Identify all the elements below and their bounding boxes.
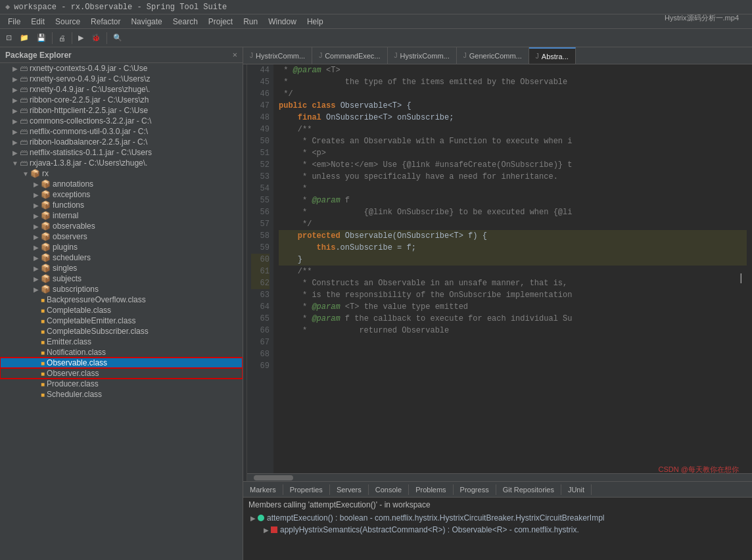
menu-item-edit[interactable]: Edit <box>26 16 50 28</box>
expand-arrow: ▶ <box>248 515 258 522</box>
menu-item-file[interactable]: File <box>3 16 26 28</box>
members-item-applyhystrix[interactable]: ▶ applyHystrixSemantics(AbstractCommand<… <box>248 524 747 536</box>
tab-progress[interactable]: Progress <box>454 484 496 495</box>
code-editor[interactable]: 44 45 46 47 48 49 50 51 52 53 54 55 56 5… <box>243 64 752 481</box>
scrollbar-thumb[interactable] <box>254 475 293 480</box>
sidebar-item-completable-emitter[interactable]: ▶ ■ CompletableEmitter.class <box>0 315 243 326</box>
java-icon: J <box>463 52 467 59</box>
tab-genericcomm[interactable]: J GenericComm... <box>457 47 529 64</box>
toolbar-separator-2 <box>72 32 72 44</box>
sidebar-item-label: observers <box>53 232 87 241</box>
sidebar-item-backpressure[interactable]: ▶ ■ BackpressureOverflow.class <box>0 294 243 305</box>
sidebar-item-exceptions[interactable]: ▶ 📦 exceptions <box>0 189 243 200</box>
toolbar-btn-save[interactable]: 💾 <box>34 32 49 44</box>
sidebar-item-subjects[interactable]: ▶ 📦 subjects <box>0 273 243 284</box>
members-header: Members calling 'attemptExecution()' - i… <box>248 500 747 509</box>
sidebar-item-ribbon-lb[interactable]: ▶ 🗃 ribbon-loadbalancer-2.2.5.jar - C:\ <box>0 137 243 147</box>
jar-icon: 🗃 <box>20 95 28 105</box>
sidebar-item-singles[interactable]: ▶ 📦 singles <box>0 263 243 273</box>
menu-item-search[interactable]: Search <box>168 16 203 28</box>
menu-item-navigate[interactable]: Navigate <box>126 16 167 28</box>
tab-properties[interactable]: Properties <box>283 484 330 495</box>
toolbar-separator-1 <box>52 32 53 44</box>
sidebar-close-icon[interactable]: ✕ <box>233 50 237 60</box>
expand-arrow: ▶ <box>32 275 41 283</box>
sidebar-item-label: functions <box>53 200 84 210</box>
sidebar-item-label: commons-collections-3.2.2.jar - C:\ <box>30 116 151 126</box>
tab-abstract[interactable]: J Abstra... <box>529 47 576 64</box>
toolbar-btn-debug[interactable]: 🐞 <box>88 32 104 44</box>
sidebar-item-commons[interactable]: ▶ 🗃 commons-collections-3.2.2.jar - C:\ <box>0 116 243 126</box>
tab-label: Abstra... <box>542 53 569 60</box>
sidebar-item-plugins[interactable]: ▶ 📦 plugins <box>0 242 243 252</box>
sidebar-item-completable[interactable]: ▶ ■ Completable.class <box>0 305 243 315</box>
sidebar-item-rxnetty-contexts[interactable]: ▶ 🗃 rxnetty-contexts-0.4.9.jar - C:\Use <box>0 63 243 74</box>
window-title: workspace - rx.Observable - Spring Tool … <box>14 3 227 12</box>
tab-servers[interactable]: Servers <box>330 484 369 495</box>
expand-arrow: ▶ <box>32 181 41 188</box>
sidebar-item-schedulers[interactable]: ▶ 📦 schedulers <box>0 252 243 263</box>
sidebar-item-completable-subscriber[interactable]: ▶ ■ CompletableSubscriber.class <box>0 326 243 337</box>
sidebar-item-observer[interactable]: ▶ ■ Observer.class <box>0 368 243 379</box>
sidebar-item-netflix-commons[interactable]: ▶ 🗃 netflix-commons-util-0.3.0.jar - C:\ <box>0 126 243 137</box>
toolbar-btn-search[interactable]: 🔍 <box>110 32 126 44</box>
expand-arrow: ▶ <box>32 381 41 388</box>
tab-junit[interactable]: JUnit <box>561 484 592 495</box>
sidebar-item-annotations[interactable]: ▶ 📦 annotations <box>0 179 243 189</box>
expand-arrow: ▶ <box>32 286 41 293</box>
jar-icon: 🗃 <box>20 148 28 157</box>
tab-hystrixcomm2[interactable]: J HystrixComm... <box>388 47 457 64</box>
toolbar-btn-new[interactable]: ⊡ <box>3 32 15 44</box>
toolbar-btn-open[interactable]: 📁 <box>16 32 32 44</box>
menu-item-refactor[interactable]: Refactor <box>85 16 126 28</box>
menu-item-window[interactable]: Window <box>263 16 302 28</box>
tab-console[interactable]: Console <box>369 484 409 495</box>
line-numbers: 44 45 46 47 48 49 50 51 52 53 54 55 56 5… <box>247 64 273 481</box>
sidebar-item-ribbon-core[interactable]: ▶ 🗃 ribbon-core-2.2.5.jar - C:\Users\zh <box>0 95 243 105</box>
java-icon: J <box>319 52 322 59</box>
sidebar-item-rxnetty-servo[interactable]: ▶ 🗃 rxnetty-servo-0.4.9.jar - C:\Users\z <box>0 74 243 84</box>
sidebar-item-observable[interactable]: ▶ ■ Observable.class <box>0 358 243 368</box>
sidebar-item-functions[interactable]: ▶ 📦 functions <box>0 200 243 210</box>
sidebar-item-label: Scheduler.class <box>47 390 102 399</box>
sidebar-tree[interactable]: ▶ 🗃 rxnetty-contexts-0.4.9.jar - C:\Use … <box>0 63 243 560</box>
code-line-54: * <em>Note:</em> Use {@link #unsafeCreat… <box>279 159 747 171</box>
sidebar-item-ribbon-http[interactable]: ▶ 🗃 ribbon-httpclient-2.2.5.jar - C:\Use <box>0 105 243 116</box>
code-line-58: * {@link OnSubscribe} to be executed whe… <box>279 206 747 218</box>
sidebar-item-emitter[interactable]: ▶ ■ Emitter.class <box>0 337 243 347</box>
menu-item-run[interactable]: Run <box>238 16 263 28</box>
tab-git[interactable]: Git Repositories <box>496 484 561 495</box>
package-icon: 📦 <box>41 190 51 199</box>
sidebar-item-label: CompletableSubscriber.class <box>47 327 149 336</box>
sidebar-item-observables[interactable]: ▶ 📦 observables <box>0 221 243 231</box>
sidebar-item-rx[interactable]: ▼ 📦 rx <box>0 168 243 179</box>
sidebar-item-internal[interactable]: ▶ 📦 internal <box>0 210 243 221</box>
code-line-52: * Creates an Observable with a Function … <box>279 135 747 147</box>
menu-item-help[interactable]: Help <box>302 16 329 28</box>
members-item-attempt[interactable]: ▶ attemptExecution() : boolean - com.net… <box>248 512 747 524</box>
tab-problems[interactable]: Problems <box>409 484 453 495</box>
toolbar: ⊡ 📁 💾 🖨 ▶ 🐞 🔍 <box>0 29 752 47</box>
sidebar-item-label: subscriptions <box>53 285 99 294</box>
menu-item-project[interactable]: Project <box>203 16 238 28</box>
code-line-67: * @param <T> the value type emitted <box>279 301 747 313</box>
class-icon: ■ <box>41 349 45 356</box>
sidebar-item-observers[interactable]: ▶ 📦 observers <box>0 231 243 242</box>
menu-item-source[interactable]: Source <box>50 16 85 28</box>
sidebar-item-producer[interactable]: ▶ ■ Producer.class <box>0 379 243 389</box>
sidebar-item-rxnetty[interactable]: ▶ 🗃 rxnetty-0.4.9.jar - C:\Users\zhuge\. <box>0 84 243 95</box>
class-icon: ■ <box>41 328 45 335</box>
expand-arrow: ▶ <box>11 139 20 146</box>
sidebar-item-notification[interactable]: ▶ ■ Notification.class <box>0 347 243 358</box>
sidebar-item-scheduler[interactable]: ▶ ■ Scheduler.class <box>0 389 243 400</box>
tab-commandexec[interactable]: J CommandExec... <box>312 47 387 64</box>
sidebar-item-netflix-stats[interactable]: ▶ 🗃 netflix-statistics-0.1.1.jar - C:\Us… <box>0 147 243 158</box>
sidebar-item-subscriptions[interactable]: ▶ 📦 subscriptions <box>0 284 243 294</box>
sidebar-item-label: Completable.class <box>47 306 111 315</box>
tab-markers[interactable]: Markers <box>243 484 283 495</box>
sidebar-item-rxjava[interactable]: ▼ 🗃 rxjava-1.3.8.jar - C:\Users\zhuge\. <box>0 158 243 168</box>
expand-arrow: ▶ <box>32 265 41 272</box>
tab-hystrixcomm1[interactable]: J HystrixComm... <box>243 47 312 64</box>
toolbar-btn-print[interactable]: 🖨 <box>55 32 69 44</box>
toolbar-btn-run[interactable]: ▶ <box>75 32 87 44</box>
